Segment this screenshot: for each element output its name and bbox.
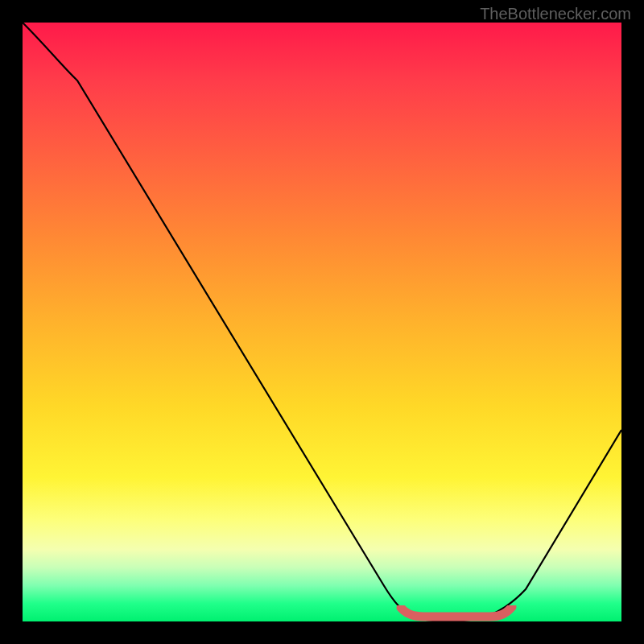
chart-frame (23, 23, 621, 621)
dip-marker-path (401, 607, 512, 617)
watermark: TheBottlenecker.com (480, 5, 631, 23)
optimal-zone-marker (23, 605, 621, 621)
bottleneck-curve (23, 23, 621, 621)
curve-path (23, 23, 621, 621)
